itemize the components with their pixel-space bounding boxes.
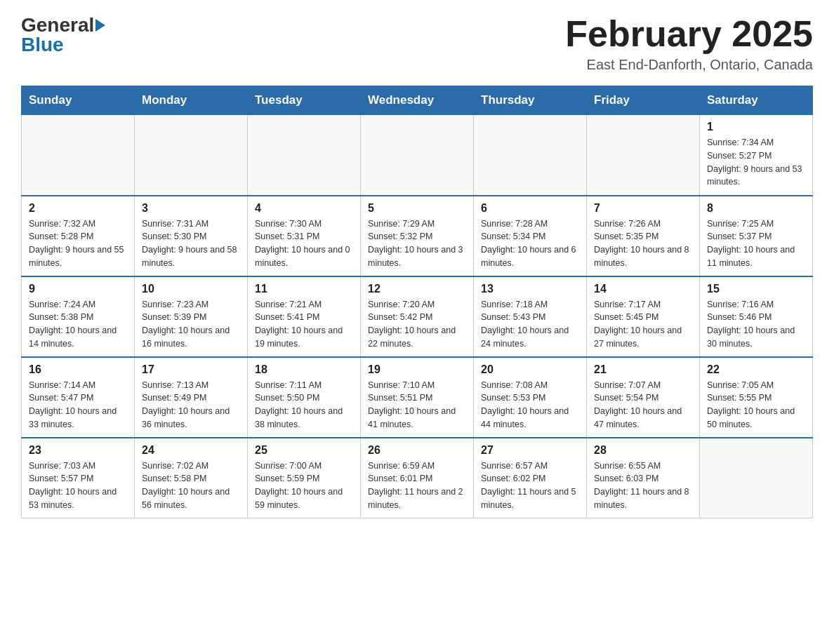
calendar-day-header: Monday — [135, 86, 248, 115]
day-number: 7 — [594, 202, 692, 215]
calendar-day-cell: 15Sunrise: 7:16 AM Sunset: 5:46 PM Dayli… — [700, 276, 813, 357]
title-area: February 2025 East End-Danforth, Ontario… — [565, 14, 813, 73]
calendar-day-cell — [700, 438, 813, 518]
day-info: Sunrise: 7:02 AM Sunset: 5:58 PM Dayligh… — [142, 459, 240, 512]
calendar-day-cell — [135, 115, 248, 196]
day-info: Sunrise: 7:34 AM Sunset: 5:27 PM Dayligh… — [707, 136, 805, 189]
calendar-day-header: Friday — [587, 86, 700, 115]
day-number: 28 — [594, 444, 692, 457]
day-number: 14 — [594, 283, 692, 295]
day-number: 9 — [29, 283, 127, 295]
day-info: Sunrise: 7:23 AM Sunset: 5:39 PM Dayligh… — [142, 298, 240, 351]
day-number: 18 — [255, 363, 353, 376]
day-number: 22 — [707, 363, 805, 376]
day-number: 4 — [255, 202, 353, 215]
page-header: General Blue February 2025 East End-Danf… — [21, 14, 813, 73]
calendar-day-cell: 22Sunrise: 7:05 AM Sunset: 5:55 PM Dayli… — [700, 357, 813, 438]
day-info: Sunrise: 7:08 AM Sunset: 5:53 PM Dayligh… — [481, 379, 579, 431]
calendar-day-header: Tuesday — [248, 86, 361, 115]
calendar-week-row: 16Sunrise: 7:14 AM Sunset: 5:47 PM Dayli… — [22, 357, 813, 438]
calendar-day-cell: 2Sunrise: 7:32 AM Sunset: 5:28 PM Daylig… — [22, 196, 135, 276]
calendar-day-header: Sunday — [22, 86, 135, 115]
day-info: Sunrise: 7:29 AM Sunset: 5:32 PM Dayligh… — [368, 217, 466, 270]
calendar-day-cell: 20Sunrise: 7:08 AM Sunset: 5:53 PM Dayli… — [474, 357, 587, 438]
day-info: Sunrise: 7:03 AM Sunset: 5:57 PM Dayligh… — [29, 459, 127, 512]
day-info: Sunrise: 7:07 AM Sunset: 5:54 PM Dayligh… — [594, 379, 692, 431]
location-subtitle: East End-Danforth, Ontario, Canada — [565, 57, 813, 73]
calendar-day-cell: 8Sunrise: 7:25 AM Sunset: 5:37 PM Daylig… — [700, 196, 813, 276]
day-number: 24 — [142, 444, 240, 457]
calendar-day-cell: 14Sunrise: 7:17 AM Sunset: 5:45 PM Dayli… — [587, 276, 700, 357]
day-info: Sunrise: 7:25 AM Sunset: 5:37 PM Dayligh… — [707, 217, 805, 270]
day-info: Sunrise: 7:14 AM Sunset: 5:47 PM Dayligh… — [29, 379, 127, 431]
day-number: 11 — [255, 283, 353, 295]
day-info: Sunrise: 7:10 AM Sunset: 5:51 PM Dayligh… — [368, 379, 466, 431]
calendar-day-cell — [22, 115, 135, 196]
day-info: Sunrise: 7:31 AM Sunset: 5:30 PM Dayligh… — [142, 217, 240, 270]
calendar-day-cell: 27Sunrise: 6:57 AM Sunset: 6:02 PM Dayli… — [474, 438, 587, 518]
calendar-day-cell: 25Sunrise: 7:00 AM Sunset: 5:59 PM Dayli… — [248, 438, 361, 518]
calendar-day-cell — [474, 115, 587, 196]
day-number: 6 — [481, 202, 579, 215]
calendar-day-cell: 1Sunrise: 7:34 AM Sunset: 5:27 PM Daylig… — [700, 115, 813, 196]
day-info: Sunrise: 7:13 AM Sunset: 5:49 PM Dayligh… — [142, 379, 240, 431]
calendar-header-row: SundayMondayTuesdayWednesdayThursdayFrid… — [22, 86, 813, 115]
day-info: Sunrise: 6:57 AM Sunset: 6:02 PM Dayligh… — [481, 459, 579, 512]
calendar-day-cell: 26Sunrise: 6:59 AM Sunset: 6:01 PM Dayli… — [361, 438, 474, 518]
calendar-day-cell: 28Sunrise: 6:55 AM Sunset: 6:03 PM Dayli… — [587, 438, 700, 518]
day-info: Sunrise: 7:28 AM Sunset: 5:34 PM Dayligh… — [481, 217, 579, 270]
calendar-day-cell: 12Sunrise: 7:20 AM Sunset: 5:42 PM Dayli… — [361, 276, 474, 357]
day-info: Sunrise: 7:16 AM Sunset: 5:46 PM Dayligh… — [707, 298, 805, 351]
calendar-week-row: 1Sunrise: 7:34 AM Sunset: 5:27 PM Daylig… — [22, 115, 813, 196]
day-number: 13 — [481, 283, 579, 295]
day-number: 19 — [368, 363, 466, 376]
calendar-day-header: Thursday — [474, 86, 587, 115]
calendar-day-cell: 17Sunrise: 7:13 AM Sunset: 5:49 PM Dayli… — [135, 357, 248, 438]
calendar-day-cell: 18Sunrise: 7:11 AM Sunset: 5:50 PM Dayli… — [248, 357, 361, 438]
calendar-day-cell: 11Sunrise: 7:21 AM Sunset: 5:41 PM Dayli… — [248, 276, 361, 357]
calendar-day-cell: 3Sunrise: 7:31 AM Sunset: 5:30 PM Daylig… — [135, 196, 248, 276]
calendar-day-cell: 5Sunrise: 7:29 AM Sunset: 5:32 PM Daylig… — [361, 196, 474, 276]
day-number: 8 — [707, 202, 805, 215]
calendar-day-cell: 7Sunrise: 7:26 AM Sunset: 5:35 PM Daylig… — [587, 196, 700, 276]
day-number: 3 — [142, 202, 240, 215]
day-info: Sunrise: 7:30 AM Sunset: 5:31 PM Dayligh… — [255, 217, 353, 270]
month-title: February 2025 — [565, 14, 813, 54]
calendar-day-cell: 6Sunrise: 7:28 AM Sunset: 5:34 PM Daylig… — [474, 196, 587, 276]
calendar-week-row: 23Sunrise: 7:03 AM Sunset: 5:57 PM Dayli… — [22, 438, 813, 518]
day-info: Sunrise: 7:18 AM Sunset: 5:43 PM Dayligh… — [481, 298, 579, 351]
day-number: 26 — [368, 444, 466, 457]
calendar-day-cell: 19Sunrise: 7:10 AM Sunset: 5:51 PM Dayli… — [361, 357, 474, 438]
calendar-day-cell: 9Sunrise: 7:24 AM Sunset: 5:38 PM Daylig… — [22, 276, 135, 357]
day-number: 10 — [142, 283, 240, 295]
calendar-week-row: 2Sunrise: 7:32 AM Sunset: 5:28 PM Daylig… — [22, 196, 813, 276]
day-number: 21 — [594, 363, 692, 376]
calendar-day-cell: 4Sunrise: 7:30 AM Sunset: 5:31 PM Daylig… — [248, 196, 361, 276]
calendar-day-cell: 13Sunrise: 7:18 AM Sunset: 5:43 PM Dayli… — [474, 276, 587, 357]
calendar-day-cell — [248, 115, 361, 196]
calendar-table: SundayMondayTuesdayWednesdayThursdayFrid… — [21, 86, 813, 518]
calendar-day-cell: 10Sunrise: 7:23 AM Sunset: 5:39 PM Dayli… — [135, 276, 248, 357]
day-info: Sunrise: 7:32 AM Sunset: 5:28 PM Dayligh… — [29, 217, 127, 270]
calendar-day-header: Wednesday — [361, 86, 474, 115]
calendar-day-cell: 21Sunrise: 7:07 AM Sunset: 5:54 PM Dayli… — [587, 357, 700, 438]
day-info: Sunrise: 6:59 AM Sunset: 6:01 PM Dayligh… — [368, 459, 466, 512]
calendar-day-cell: 16Sunrise: 7:14 AM Sunset: 5:47 PM Dayli… — [22, 357, 135, 438]
day-number: 16 — [29, 363, 127, 376]
day-number: 1 — [707, 121, 805, 133]
logo-area: General Blue — [21, 14, 107, 56]
day-number: 25 — [255, 444, 353, 457]
calendar-day-header: Saturday — [700, 86, 813, 115]
day-info: Sunrise: 7:26 AM Sunset: 5:35 PM Dayligh… — [594, 217, 692, 270]
day-info: Sunrise: 7:24 AM Sunset: 5:38 PM Dayligh… — [29, 298, 127, 351]
day-info: Sunrise: 7:11 AM Sunset: 5:50 PM Dayligh… — [255, 379, 353, 431]
day-number: 15 — [707, 283, 805, 295]
day-info: Sunrise: 6:55 AM Sunset: 6:03 PM Dayligh… — [594, 459, 692, 512]
day-number: 2 — [29, 202, 127, 215]
day-number: 23 — [29, 444, 127, 457]
day-number: 27 — [481, 444, 579, 457]
calendar-week-row: 9Sunrise: 7:24 AM Sunset: 5:38 PM Daylig… — [22, 276, 813, 357]
calendar-day-cell: 24Sunrise: 7:02 AM Sunset: 5:58 PM Dayli… — [135, 438, 248, 518]
logo-arrow-icon — [95, 19, 105, 32]
day-info: Sunrise: 7:17 AM Sunset: 5:45 PM Dayligh… — [594, 298, 692, 351]
